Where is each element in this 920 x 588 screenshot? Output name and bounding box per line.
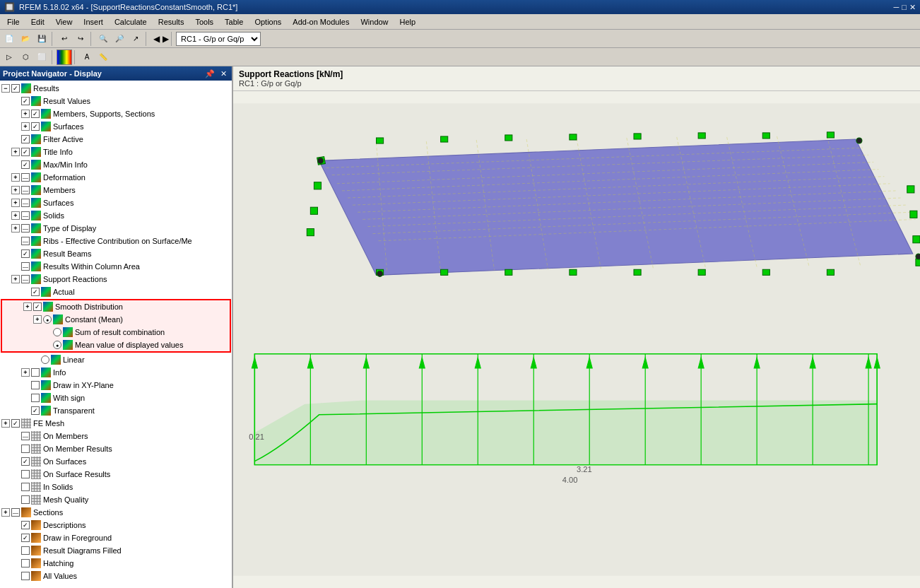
tree-item-sections[interactable]: +Sections xyxy=(0,506,232,519)
menu-item-tools[interactable]: Tools xyxy=(189,16,219,28)
checkbox-members[interactable] xyxy=(21,186,30,194)
checkbox-with-sign[interactable] xyxy=(31,394,40,402)
tree-item-results[interactable]: −Results xyxy=(0,82,232,95)
tree-item-descriptions[interactable]: Descriptions xyxy=(0,519,232,531)
expander-type-of-display[interactable]: + xyxy=(11,224,20,233)
undo-btn[interactable]: ↩ xyxy=(57,31,72,47)
expander-constant-mean[interactable]: + xyxy=(33,315,42,324)
radio-sum-result[interactable] xyxy=(53,328,61,336)
tree-item-members-supports[interactable]: +Members, Supports, Sections xyxy=(0,107,232,120)
checkbox-smooth-dist[interactable] xyxy=(33,302,42,311)
menu-item-table[interactable]: Table xyxy=(219,16,249,28)
tree-item-actual[interactable]: Actual xyxy=(0,286,232,298)
tree-item-result-diagrams[interactable]: Result Diagrams Filled xyxy=(0,544,232,557)
checkbox-max-min-info[interactable] xyxy=(21,160,30,169)
tree-item-support-reactions[interactable]: +Support Reactions xyxy=(0,273,232,286)
checkbox-surfaces2[interactable] xyxy=(21,199,30,207)
checkbox-all-values[interactable] xyxy=(21,572,30,580)
expander-support-reactions[interactable]: + xyxy=(11,275,20,283)
checkbox-on-member-results[interactable] xyxy=(21,445,30,453)
radio-linear[interactable] xyxy=(41,355,49,364)
tree-item-filter-active[interactable]: Filter Active xyxy=(0,133,232,146)
checkbox-mesh-quality[interactable] xyxy=(21,495,30,504)
checkbox-draw-foreground[interactable] xyxy=(21,534,30,542)
nav-next-btn[interactable]: ▶ xyxy=(163,34,169,44)
tree-item-in-solids[interactable]: In Solids xyxy=(0,481,232,493)
tree-area[interactable]: −ResultsResult Values+Members, Supports,… xyxy=(0,81,232,588)
tree-item-constant-mean[interactable]: +Constant (Mean) xyxy=(2,313,230,326)
expander-members[interactable]: + xyxy=(11,186,20,194)
checkbox-fe-mesh[interactable] xyxy=(11,419,20,428)
tree-item-sum-result[interactable]: Sum of result combination xyxy=(2,326,230,339)
expander-info[interactable]: + xyxy=(21,368,30,377)
checkbox-solids[interactable] xyxy=(21,211,30,220)
tree-item-draw-foreground[interactable]: Draw in Foreground xyxy=(0,531,232,544)
checkbox-title-info[interactable] xyxy=(21,148,30,156)
maximize-btn[interactable]: □ xyxy=(902,3,907,11)
radio-constant-mean[interactable] xyxy=(43,315,52,324)
close-btn[interactable]: ✕ xyxy=(909,3,916,12)
checkbox-on-surfaces[interactable] xyxy=(21,457,30,466)
wireframe-btn[interactable]: ⬜ xyxy=(34,49,49,65)
expander-surfaces[interactable]: + xyxy=(21,122,30,131)
tree-item-ribs[interactable]: Ribs - Effective Contribution on Surface… xyxy=(0,235,232,247)
menu-item-file[interactable]: File xyxy=(1,16,25,28)
checkbox-on-members[interactable] xyxy=(21,432,30,440)
viewport[interactable]: 0.21 3.21 4.00 xyxy=(233,91,920,588)
menu-item-view[interactable]: View xyxy=(50,16,78,28)
expander-surfaces2[interactable]: + xyxy=(11,199,20,207)
menu-item-help[interactable]: Help xyxy=(394,16,422,28)
checkbox-support-reactions[interactable] xyxy=(21,275,30,283)
close-panel-btn[interactable]: ✕ xyxy=(218,69,229,78)
expander-solids[interactable]: + xyxy=(11,211,20,220)
open-btn[interactable]: 📂 xyxy=(18,31,33,47)
checkbox-actual[interactable] xyxy=(31,288,40,296)
expander-title-info[interactable]: + xyxy=(11,148,20,156)
checkbox-info[interactable] xyxy=(31,368,40,377)
checkbox-filter-active[interactable] xyxy=(21,135,30,143)
menu-item-options[interactable]: Options xyxy=(249,16,287,28)
tree-item-surfaces2[interactable]: +Surfaces xyxy=(0,196,232,209)
tree-item-title-info[interactable]: +Title Info xyxy=(0,146,232,158)
tree-item-fe-mesh[interactable]: +FE Mesh xyxy=(0,417,232,430)
render-btn[interactable]: ▷ xyxy=(1,49,17,65)
menu-item-calculate[interactable]: Calculate xyxy=(109,16,153,28)
load-case-combo[interactable]: RC1 - G/p or Gq/p xyxy=(176,32,261,46)
checkbox-result-values[interactable] xyxy=(21,97,30,105)
menu-item-edit[interactable]: Edit xyxy=(25,16,50,28)
tree-item-hatching[interactable]: Hatching xyxy=(0,557,232,570)
radio-mean-value[interactable] xyxy=(53,341,61,349)
checkbox-draw-xy[interactable] xyxy=(31,381,40,389)
measure-btn[interactable]: 📏 xyxy=(95,49,111,65)
tree-item-max-min-info[interactable]: Max/Min Info xyxy=(0,158,232,171)
tree-item-on-surfaces[interactable]: On Surfaces xyxy=(0,455,232,468)
view3d-btn[interactable]: ⬡ xyxy=(18,49,33,65)
tree-item-results-within[interactable]: Results Within Column Area xyxy=(0,260,232,273)
color-btn[interactable] xyxy=(57,49,72,65)
tree-item-all-values[interactable]: All Values xyxy=(0,570,232,582)
tree-item-result-values[interactable]: Result Values xyxy=(0,95,232,107)
tree-item-linear[interactable]: Linear xyxy=(0,353,232,366)
tree-item-mesh-quality[interactable]: Mesh Quality xyxy=(0,493,232,506)
menu-item-insert[interactable]: Insert xyxy=(78,16,109,28)
checkbox-deformation[interactable] xyxy=(21,173,30,182)
tree-item-surfaces[interactable]: +Surfaces xyxy=(0,120,232,133)
zoom-btn[interactable]: 🔍 xyxy=(95,31,111,47)
new-btn[interactable]: 📄 xyxy=(1,31,17,47)
tree-item-on-surface-results[interactable]: On Surface Results xyxy=(0,468,232,481)
checkbox-descriptions[interactable] xyxy=(21,521,30,529)
expander-deformation[interactable]: + xyxy=(11,173,20,182)
checkbox-type-of-display[interactable] xyxy=(21,224,30,233)
tree-item-smooth-dist[interactable]: +Smooth Distribution xyxy=(2,300,230,313)
pin-btn[interactable]: 📌 xyxy=(203,69,217,78)
expander-results[interactable]: − xyxy=(1,84,10,93)
tree-item-info[interactable]: +Info xyxy=(0,366,232,379)
tree-item-on-member-results[interactable]: On Member Results xyxy=(0,442,232,455)
checkbox-hatching[interactable] xyxy=(21,559,30,568)
expander-smooth-dist[interactable]: + xyxy=(23,302,32,311)
tree-item-members[interactable]: +Members xyxy=(0,184,232,196)
checkbox-result-beams[interactable] xyxy=(21,249,30,258)
checkbox-in-solids[interactable] xyxy=(21,483,30,491)
checkbox-result-diagrams[interactable] xyxy=(21,546,30,555)
menu-item-results[interactable]: Results xyxy=(153,16,190,28)
